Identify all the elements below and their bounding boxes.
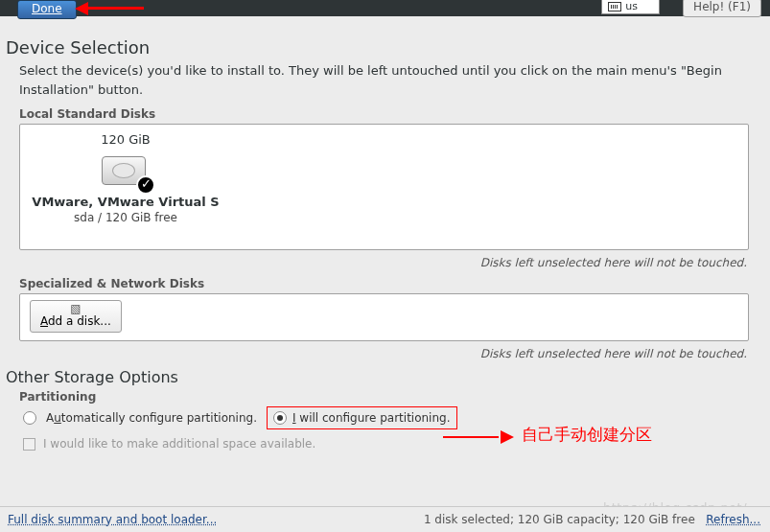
network-disks-panel: ▧ Add a disk... (19, 293, 749, 341)
network-disks-label: Specialized & Network Disks (19, 277, 760, 290)
keyboard-layout-label: us (625, 0, 638, 12)
annotation-text-cn: 自己手动创建分区 (522, 424, 652, 446)
local-disks-label: Local Standard Disks (19, 107, 760, 121)
check-badge-icon (136, 175, 155, 195)
refresh-link[interactable]: Refresh... (706, 513, 760, 526)
help-button[interactable]: Help! (F1) (683, 0, 761, 17)
disk-summary-link[interactable]: Full disk summary and boot loader... (8, 513, 217, 526)
radio-manual-label: I will configure partitioning. (292, 411, 451, 425)
keyboard-icon (608, 2, 621, 12)
disk-item-sda[interactable]: 120 GiB VMware, VMware Virtual S sda / 1… (30, 130, 222, 224)
keyboard-layout-selector[interactable]: us (601, 0, 660, 14)
radio-manual-partition[interactable] (273, 411, 287, 425)
other-options-title: Other Storage Options (6, 368, 760, 386)
main-content: Device Selection Select the device(s) yo… (0, 16, 770, 451)
disk-size: 120 GiB (30, 130, 222, 147)
section-title: Device Selection (6, 37, 760, 58)
add-disk-button[interactable]: ▧ Add a disk... (30, 300, 122, 333)
checkbox-additional-space[interactable] (23, 438, 35, 451)
radio-auto-label: Automatically configure partitioning. (46, 411, 257, 425)
footer-status: 1 disk selected; 120 GiB capacity; 120 G… (424, 513, 760, 526)
disk-icon-wrap (102, 156, 150, 189)
local-disks-note: Disks left unselected here will not be t… (6, 256, 747, 269)
partitioning-label: Partitioning (19, 390, 760, 404)
top-bar: Done us Help! (F1) (0, 0, 770, 16)
add-disk-label: dd a disk... (48, 314, 111, 328)
disk-plus-icon: ▧ (40, 303, 111, 314)
footer-bar: Full disk summary and boot loader... 1 d… (0, 506, 770, 532)
intro-text: Select the device(s) you'd like to insta… (6, 61, 760, 105)
annotation-highlight-box: I will configure partitioning. (267, 406, 457, 429)
footer-status-text: 1 disk selected; 120 GiB capacity; 120 G… (424, 513, 695, 526)
local-disks-panel: 120 GiB VMware, VMware Virtual S sda / 1… (19, 124, 749, 250)
network-disks-note: Disks left unselected here will not be t… (6, 347, 747, 360)
checkbox-additional-label: I would like to make additional space av… (43, 437, 315, 451)
disk-subinfo: sda / 120 GiB free (30, 211, 222, 224)
radio-auto-partition[interactable] (23, 411, 36, 425)
done-button[interactable]: Done (17, 0, 77, 19)
disk-name: VMware, VMware Virtual S (30, 195, 222, 209)
